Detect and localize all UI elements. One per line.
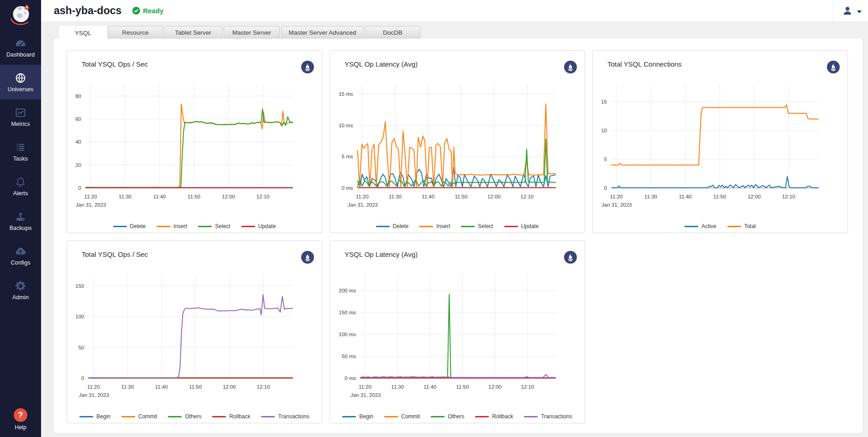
legend-swatch <box>212 416 226 417</box>
x-tick-label: 11:50 <box>713 194 726 199</box>
sidebar-item-tasks[interactable]: Tasks <box>0 134 41 169</box>
sidebar-item-label: Universes <box>8 86 33 93</box>
legend-item-insert[interactable]: Insert <box>157 223 187 229</box>
legend-swatch <box>376 226 390 227</box>
legend-item-update[interactable]: Update <box>241 223 276 229</box>
series-line-active <box>612 177 818 188</box>
legend-swatch <box>685 226 698 227</box>
legend-item-commit[interactable]: Commit <box>384 413 420 420</box>
legend-item-delete[interactable]: Delete <box>113 223 146 229</box>
x-axis-date-label: Jan 31, 2023 <box>348 202 378 208</box>
chart-card: YSQL Op Latency (Avg)0 ms50 ms100 ms150 … <box>329 240 585 423</box>
sidebar-item-backups[interactable]: Backups <box>0 203 41 238</box>
sidebar: DashboardUniversesMetricsTasksAlertsBack… <box>0 0 41 437</box>
tab-master-server-advanced[interactable]: Master Server Advanced <box>281 26 364 39</box>
x-tick-label: 12:00 <box>487 194 501 199</box>
legend-swatch <box>157 226 170 227</box>
tab-tablet-server[interactable]: Tablet Server <box>164 26 222 39</box>
legend-item-update[interactable]: Update <box>504 223 539 229</box>
legend-item-rollback[interactable]: Rollback <box>212 413 250 420</box>
alerts-icon <box>15 176 26 188</box>
legend-label: Update <box>521 223 539 229</box>
sidebar-item-metrics[interactable]: Metrics <box>0 99 41 134</box>
legend-item-total[interactable]: Total <box>727 223 756 229</box>
legend-label: Commit <box>401 413 420 420</box>
chart-legend: BeginCommitOthersRollbackTransactions <box>67 413 322 420</box>
universes-icon <box>15 72 26 84</box>
chart-card: YSQL Op Latency (Avg)0 ms5 ms10 ms15 ms1… <box>329 50 585 233</box>
y-tick-label: 0 ms <box>342 185 353 191</box>
y-tick-label: 10 ms <box>339 123 353 128</box>
sidebar-item-label: Tasks <box>13 156 28 162</box>
y-tick-label: 0 <box>81 375 84 381</box>
tab-master-server[interactable]: Master Server <box>224 26 280 39</box>
sidebar-item-alerts[interactable]: Alerts <box>0 169 41 203</box>
sidebar-item-admin[interactable]: Admin <box>0 273 41 307</box>
legend-label: Total <box>744 223 756 229</box>
series-line-transactions <box>361 375 555 378</box>
legend-item-others[interactable]: Others <box>168 413 201 420</box>
chart-legend: DeleteInsertSelectUpdate <box>67 223 322 229</box>
x-tick-label: 11:40 <box>679 194 692 199</box>
legend-item-commit[interactable]: Commit <box>121 413 157 420</box>
x-tick-label: 11:20 <box>356 194 369 199</box>
legend-item-select[interactable]: Select <box>198 223 230 229</box>
x-tick-label: 12:10 <box>256 194 270 199</box>
x-tick-label: 11:20 <box>84 194 97 199</box>
sidebar-item-label: Backups <box>10 225 32 231</box>
x-tick-label: 11:30 <box>119 194 131 199</box>
legend-swatch <box>261 416 275 417</box>
x-tick-label: 11:50 <box>189 384 202 390</box>
user-menu[interactable] <box>833 0 868 22</box>
legend-label: Commit <box>138 413 157 420</box>
x-tick-label: 11:30 <box>389 194 402 199</box>
sidebar-item-dashboard[interactable]: Dashboard <box>0 30 41 65</box>
x-tick-label: 12:10 <box>257 384 270 390</box>
sidebar-item-help[interactable]: ? Help <box>0 408 41 431</box>
legend-label: Insert <box>436 223 450 229</box>
y-tick-label: 60 <box>75 116 81 122</box>
legend-item-rollback[interactable]: Rollback <box>475 413 513 420</box>
x-tick-label: 11:30 <box>391 384 404 390</box>
legend-swatch <box>431 416 444 417</box>
y-tick-label: 150 <box>75 283 84 289</box>
legend-swatch <box>198 226 212 227</box>
sidebar-item-universes[interactable]: Universes <box>0 65 41 99</box>
legend-item-begin[interactable]: Begin <box>342 413 373 420</box>
status-text: Ready <box>143 7 163 15</box>
chart-plot: 0 ms50 ms100 ms150 ms200 ms11:2011:3011:… <box>330 241 585 423</box>
legend-item-insert[interactable]: Insert <box>419 223 450 229</box>
legend-item-delete[interactable]: Delete <box>376 223 409 229</box>
legend-label: Update <box>258 223 276 229</box>
legend-item-transactions[interactable]: Transactions <box>524 413 572 420</box>
y-tick-label: 50 <box>78 345 84 350</box>
metrics-icon <box>15 107 26 119</box>
help-icon: ? <box>14 408 27 422</box>
x-tick-label: 11:30 <box>644 194 657 199</box>
legend-item-select[interactable]: Select <box>461 223 493 229</box>
chevron-down-icon <box>857 10 862 13</box>
tab-docdb[interactable]: DocDB <box>365 26 420 39</box>
chart-plot: 0 ms5 ms10 ms15 ms11:2011:3011:4011:5012… <box>330 51 585 233</box>
legend-swatch <box>504 226 518 227</box>
tab-ysql[interactable]: YSQL <box>59 26 107 39</box>
x-tick-label: 11:20 <box>87 384 100 390</box>
legend-swatch <box>419 226 433 227</box>
x-tick-label: 11:20 <box>610 194 623 199</box>
legend-swatch <box>461 226 475 227</box>
series-line-transactions <box>89 295 293 378</box>
yugabyte-logo[interactable] <box>8 2 34 28</box>
legend-item-transactions[interactable]: Transactions <box>261 413 309 420</box>
x-tick-label: 11:50 <box>456 384 469 390</box>
admin-icon <box>15 280 26 292</box>
x-tick-label: 11:40 <box>153 194 166 199</box>
sidebar-item-configs[interactable]: Configs <box>0 238 41 273</box>
y-tick-label: 200 ms <box>339 288 356 293</box>
legend-item-others[interactable]: Others <box>431 413 464 420</box>
legend-item-active[interactable]: Active <box>685 223 716 229</box>
sidebar-item-label: Admin <box>12 294 29 301</box>
legend-swatch <box>79 416 93 417</box>
legend-item-begin[interactable]: Begin <box>79 413 110 420</box>
tab-resource[interactable]: Resource <box>108 26 162 39</box>
legend-label: Others <box>448 413 464 420</box>
